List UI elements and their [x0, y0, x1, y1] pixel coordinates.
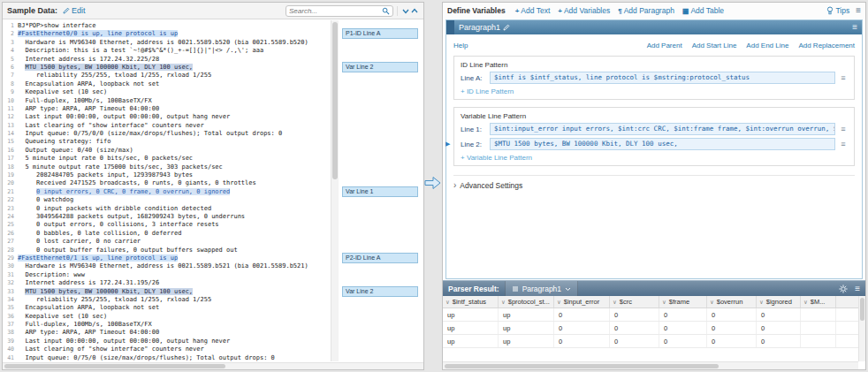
code-line[interactable]: 19 2082484705 packets input, 1293987943 … — [3, 171, 339, 179]
add-paragraph-button[interactable]: ¶Add Paragraph — [618, 6, 674, 15]
result-header-cell[interactable]: ∨$frame — [659, 296, 707, 307]
add-variables-button[interactable]: +Add Variables — [558, 6, 610, 15]
code-line[interactable]: 41 Input queue: 0/75/0 (size/max/drops/f… — [3, 354, 339, 361]
add-variable-line-pattern-link[interactable]: + Variable Line Pattern — [461, 154, 848, 162]
filter-caret-icon[interactable]: ∨ — [710, 299, 714, 306]
result-header-cell[interactable]: ∨$protocol_st... — [499, 296, 554, 307]
code-editor[interactable]: 1BJ*POP>show interface2#FastEthernet0/0 … — [3, 20, 339, 361]
toolbar-menu-icon[interactable]: ≡ — [856, 6, 861, 15]
tips-button[interactable]: Tips — [826, 6, 849, 15]
code-line[interactable]: 23 0 input packets with dribble conditio… — [3, 205, 339, 213]
filter-caret-icon[interactable]: ∨ — [613, 299, 617, 306]
filter-caret-icon[interactable]: ∨ — [557, 299, 561, 306]
code-line[interactable]: 40 Last clearing of "show interface" cou… — [3, 345, 339, 353]
result-tab[interactable]: Paragraph1 — [505, 281, 578, 296]
row-menu-icon[interactable]: ≡ — [839, 74, 848, 82]
search-next-button[interactable] — [401, 7, 410, 15]
callout-label[interactable]: P1-ID Line A — [342, 28, 418, 39]
filter-caret-icon[interactable]: ∨ — [662, 299, 666, 306]
code-line[interactable]: 34 reliability 255/255, txload 1/255, rx… — [3, 296, 339, 304]
code-line[interactable]: 36 Keepalive set (10 sec) — [3, 313, 339, 321]
code-line[interactable]: 26 0 babbles, 0 late collision, 0 deferr… — [3, 230, 339, 238]
add-text-button[interactable]: +Add Text — [515, 6, 551, 15]
pattern-input[interactable]: $int:input_error input errors, $int:crc … — [490, 123, 835, 135]
code-line[interactable]: 31 Description: www — [3, 271, 339, 279]
code-line[interactable]: 22 0 watchdog — [3, 196, 339, 204]
callout-label[interactable]: Var Line 1 — [342, 186, 418, 197]
code-line[interactable]: 14 Input queue: 0/75/0/0 (size/max/drops… — [3, 130, 339, 138]
filter-caret-icon[interactable]: ∨ — [803, 299, 808, 306]
gear-icon[interactable] — [839, 285, 848, 293]
code-line[interactable]: 15 Queueing strategy: fifo — [3, 138, 339, 146]
code-line[interactable]: 24 3049564288 packets output, 1682909243… — [3, 213, 339, 221]
code-line[interactable]: 12 Last input 00:00:00, output 00:00:00,… — [3, 113, 339, 121]
scrollbar-thumb[interactable] — [332, 22, 338, 179]
code-line[interactable]: 29#FastEthernet0/1 is up, line protocol … — [3, 254, 339, 262]
result-horizontal-scrollbar[interactable] — [443, 361, 858, 369]
result-header-cell[interactable]: ∨$overrun — [707, 296, 757, 307]
result-menu-icon[interactable]: ≡ — [855, 285, 860, 293]
result-header-cell[interactable]: ∨$M... — [801, 296, 836, 307]
result-row[interactable]: upup00000 — [443, 308, 865, 322]
add-end-line-link[interactable]: Add End Line — [746, 42, 788, 49]
code-line[interactable]: 37 Full-duplex, 100Mb/s, 100BaseTX/FX — [3, 321, 339, 329]
result-header-cell[interactable]: ∨$ignored — [757, 296, 801, 307]
callout-label[interactable]: Var Line 2 — [342, 286, 418, 297]
code-line[interactable]: 11 ARP type: ARPA, ARP Timeout 04:00:00 — [3, 105, 339, 113]
code-line[interactable]: 2#FastEthernet0/0 is up, line protocol i… — [3, 30, 339, 38]
add-start-line-link[interactable]: Add Start Line — [692, 42, 737, 49]
add-id-line-pattern-link[interactable]: + ID Line Pattern — [461, 87, 848, 95]
filter-caret-icon[interactable]: ∨ — [445, 299, 450, 306]
scrollbar-thumb[interactable] — [860, 298, 864, 321]
code-line[interactable]: 7 reliability 255/255, txload 1/255, rxl… — [3, 72, 339, 80]
code-line[interactable]: 16 Output queue: 0/40 (size/max) — [3, 147, 339, 155]
code-line[interactable]: 30 Hardware is MV96340 Ethernet, address… — [3, 262, 339, 270]
code-line[interactable]: 28 0 output buffer failures, 0 output bu… — [3, 247, 339, 254]
add-table-button[interactable]: ▦Add Table — [682, 6, 724, 15]
help-link[interactable]: Help — [453, 42, 468, 49]
paragraph-menu-icon[interactable]: ≡ — [852, 23, 857, 32]
code-line[interactable]: 8 Encapsulation ARPA, loopback not set — [3, 80, 339, 88]
drag-handle[interactable] — [446, 20, 454, 34]
code-line[interactable]: 20 Received 2471525 broadcasts, 0 runts,… — [3, 179, 339, 187]
pattern-input[interactable]: $intf is $intf_status, line protocol is … — [490, 72, 835, 84]
code-line[interactable]: 17 5 minute input rate 0 bits/sec, 0 pac… — [3, 155, 339, 163]
result-row[interactable]: upup00000 — [443, 335, 865, 348]
code-horizontal-scrollbar[interactable] — [3, 362, 423, 369]
row-menu-icon[interactable]: ≡ — [839, 125, 848, 133]
scrollbar-thumb[interactable] — [445, 364, 719, 368]
code-line[interactable]: 5 Internet address is 172.24.32.225/28 — [3, 56, 339, 64]
code-line[interactable]: 32 Internet address is 172.24.31.195/26 — [3, 279, 339, 287]
code-line[interactable]: 25 0 output errors, 0 collisions, 3 inte… — [3, 221, 339, 229]
code-line[interactable]: 10 Full-duplex, 100Mb/s, 100BaseTX/FX — [3, 97, 339, 105]
add-replacement-link[interactable]: Add Replacement — [798, 42, 855, 49]
result-header-cell[interactable]: ∨$input_error — [554, 296, 610, 307]
add-parent-link[interactable]: Add Parent — [647, 42, 682, 49]
callout-label[interactable]: Var Line 2 — [342, 62, 418, 72]
code-line[interactable]: 1BJ*POP>show interface — [3, 22, 339, 30]
result-vertical-scrollbar[interactable] — [858, 296, 865, 361]
code-line[interactable]: 35 Encapsulation ARPA, loopback not set — [3, 304, 339, 312]
scrollbar-thumb[interactable] — [4, 364, 225, 368]
search-box[interactable] — [286, 5, 393, 17]
result-header-cell[interactable]: ∨$crc — [610, 296, 659, 307]
code-line[interactable]: 4 Description: this is a test `~!@#$%^&*… — [3, 47, 339, 55]
code-vertical-scrollbar[interactable] — [331, 20, 339, 361]
callout-label[interactable]: P2-ID Line A — [342, 253, 418, 263]
pattern-input[interactable]: $MTU 1500 bytes, BW 100000 Kbit, DLY 100… — [490, 138, 835, 150]
filter-caret-icon[interactable]: ∨ — [759, 299, 764, 306]
filter-caret-icon[interactable]: ∨ — [501, 299, 506, 306]
code-line[interactable]: 33 MTU 1500 bytes, BW 100000 Kbit, DLY 1… — [3, 288, 339, 296]
code-line[interactable]: 9 Keepalive set (10 sec) — [3, 88, 339, 96]
code-line[interactable]: 21 0 input errors, 0 CRC, 0 frame, 0 ove… — [3, 188, 339, 196]
code-line[interactable]: 27 0 lost carrier, 0 no carrier — [3, 238, 339, 246]
edit-button[interactable]: Edit — [63, 6, 86, 15]
row-menu-icon[interactable]: ≡ — [839, 140, 848, 148]
edit-paragraph-icon[interactable] — [503, 24, 510, 31]
advanced-settings-toggle[interactable]: › Advanced Settings — [453, 175, 855, 190]
code-line[interactable]: 39 Last input 00:00:00, output 00:00:00,… — [3, 338, 339, 345]
code-line[interactable]: 38 ARP type: ARPA, ARP Timeout 04:00:00 — [3, 329, 339, 337]
code-line[interactable]: 3 Hardware is MV96340 Ethernet, address … — [3, 39, 339, 47]
code-line[interactable]: 6 MTU 1500 bytes, BW 100000 Kbit, DLY 10… — [3, 64, 339, 72]
code-line[interactable]: 13 Last clearing of "show interface" cou… — [3, 122, 339, 130]
